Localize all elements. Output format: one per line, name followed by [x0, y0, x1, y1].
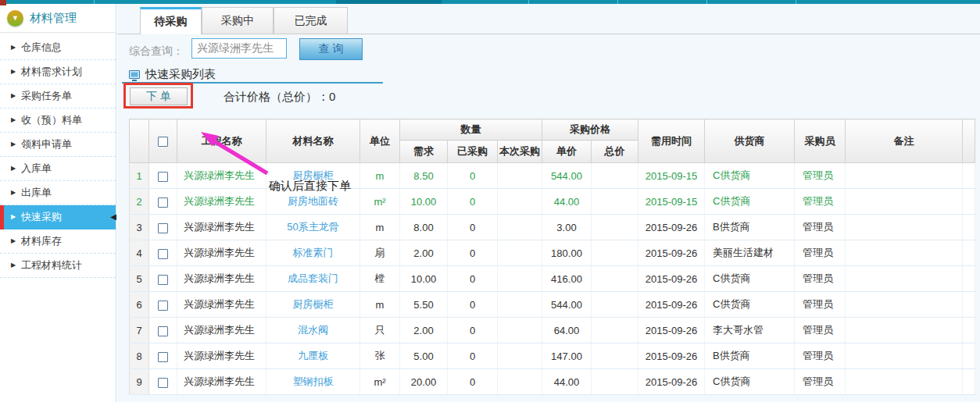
cell-this-purchase [498, 292, 542, 318]
checkbox-cell [149, 343, 177, 369]
cell-unit-price: 180.00 [542, 240, 592, 266]
sidebar-item-8[interactable]: ▶材料库存 [0, 229, 116, 254]
cell-demand: 8.50 [400, 163, 448, 189]
row-number: 2 [130, 189, 149, 215]
material-link[interactable]: 塑钢扣板 [293, 375, 334, 387]
cell-material: 塑钢扣板 [266, 369, 360, 395]
cell-this-purchase [498, 240, 542, 266]
header-buyer: 采购员 [795, 119, 846, 163]
row-checkbox[interactable] [158, 275, 168, 285]
row-number: 7 [130, 318, 149, 343]
row-checkbox[interactable] [158, 249, 168, 259]
header-total-price: 总价 [592, 141, 638, 163]
spacer-cell [963, 163, 975, 189]
table-row: 9兴源绿洲李先生塑钢扣板m²20.00044.002015-09-26C供货商管… [130, 369, 975, 395]
cell-unit: 樘 [360, 266, 400, 292]
cell-this-purchase [498, 189, 542, 215]
row-checkbox[interactable] [158, 326, 168, 336]
sidebar-item-6[interactable]: ▶出库单 [0, 181, 116, 205]
cell-remark [846, 240, 963, 266]
sidebar-item-1[interactable]: ▶材料需求计划 [0, 60, 116, 84]
header-purchased: 已采购 [448, 141, 498, 163]
row-checkbox[interactable] [158, 352, 168, 362]
row-number: 3 [130, 215, 149, 240]
row-checkbox[interactable] [158, 378, 168, 388]
place-order-button[interactable]: 下 单 [130, 87, 188, 105]
search-button[interactable]: 查 询 [299, 38, 363, 60]
cell-supplier: C供货商 [705, 163, 795, 189]
section-title: 快速采购列表 [145, 67, 216, 82]
cell-unit-price: 64.00 [542, 318, 592, 343]
material-link[interactable]: 50系主龙骨 [287, 221, 338, 233]
cell-buyer: 管理员 [795, 369, 846, 395]
tab-purchasing[interactable]: 采购中 [202, 7, 274, 34]
cell-total-price [592, 292, 638, 318]
cell-purchased: 0 [448, 240, 498, 266]
sidebar-item-2[interactable]: ▶采购任务单 [0, 84, 116, 109]
material-link[interactable]: 混水阀 [298, 324, 328, 336]
material-link[interactable]: 九厘板 [298, 350, 328, 361]
cell-this-purchase [498, 343, 542, 369]
notch-left-icon: ◀ [110, 205, 116, 229]
cell-material: 成品套装门 [266, 266, 360, 292]
tab-completed[interactable]: 已完成 [274, 7, 348, 34]
cell-need-date: 2015-09-26 [638, 292, 705, 318]
cell-need-date: 2015-09-26 [638, 369, 705, 395]
header-this-purchase: 本次采购 [498, 141, 542, 163]
cell-need-date: 2015-09-26 [638, 343, 705, 369]
sidebar-item-5[interactable]: ▶入库单 [0, 157, 116, 181]
row-checkbox[interactable] [158, 197, 168, 208]
spacer-cell [963, 215, 975, 240]
row-checkbox[interactable] [158, 172, 168, 182]
search-input[interactable] [191, 38, 287, 59]
cell-remark [846, 215, 963, 240]
cell-purchased: 0 [448, 163, 498, 189]
material-link[interactable]: 标准素门 [293, 247, 334, 258]
spacer-cell [963, 292, 975, 318]
sidebar-item-3[interactable]: ▶收（预）料单 [0, 109, 116, 133]
cell-this-purchase [498, 215, 542, 240]
triangle-right-icon: ▶ [11, 229, 16, 253]
cell-unit-price: 544.00 [542, 163, 592, 189]
cell-unit-price: 3.00 [542, 215, 592, 240]
sidebar-item-7[interactable]: ▶快速采购◀ [0, 205, 116, 229]
tab-pending-purchase[interactable]: 待采购 [140, 7, 202, 34]
spacer-cell [963, 240, 975, 266]
header-demand: 需求 [400, 141, 448, 163]
material-link[interactable]: 成品套装门 [288, 272, 338, 284]
sidebar-header[interactable]: ▼ 材料管理 [0, 4, 116, 33]
header-checkbox-cell [149, 119, 177, 163]
cell-supplier: 李大哥水管 [705, 318, 795, 343]
spacer-cell [963, 266, 975, 292]
cell-buyer: 管理员 [795, 343, 846, 369]
cell-buyer: 管理员 [795, 292, 846, 318]
cell-unit-price: 147.00 [542, 343, 592, 369]
row-checkbox[interactable] [158, 223, 168, 233]
cell-total-price [592, 318, 638, 343]
row-number: 4 [130, 240, 149, 266]
corner-red-marker [0, 0, 6, 5]
material-link[interactable]: 厨房地面砖 [288, 195, 338, 207]
cell-this-purchase [498, 369, 542, 395]
cell-unit-price: 44.00 [542, 369, 592, 395]
row-number: 6 [130, 292, 149, 318]
total-price-text: 合计价格（总价）：0 [224, 90, 335, 105]
spacer-cell [963, 189, 975, 215]
header-supplier: 供货商 [705, 119, 795, 163]
cell-buyer: 管理员 [795, 163, 846, 189]
material-link[interactable]: 厨房橱柜 [293, 169, 334, 181]
spacer-cell [963, 318, 975, 343]
quick-purchase-table-wrap: 工程名称 材料名称 单位 数量 采购价格 需用时间 供货商 采购员 备注 需求 … [129, 119, 975, 395]
sidebar-item-4[interactable]: ▶领料申请单 [0, 133, 116, 157]
sidebar-item-label: 出库单 [21, 187, 52, 198]
sidebar-item-label: 材料需求计划 [21, 66, 82, 77]
sidebar-item-0[interactable]: ▶仓库信息 [0, 36, 116, 60]
triangle-right-icon: ▶ [11, 60, 16, 84]
sidebar-item-9[interactable]: ▶工程材料统计 [0, 254, 116, 278]
checkbox-cell [149, 266, 177, 292]
select-all-checkbox[interactable] [158, 137, 168, 147]
row-checkbox[interactable] [158, 301, 168, 311]
cell-material: 厨房橱柜 [266, 163, 360, 189]
material-link[interactable]: 厨房橱柜 [293, 298, 334, 310]
cell-demand: 8.00 [400, 215, 448, 240]
